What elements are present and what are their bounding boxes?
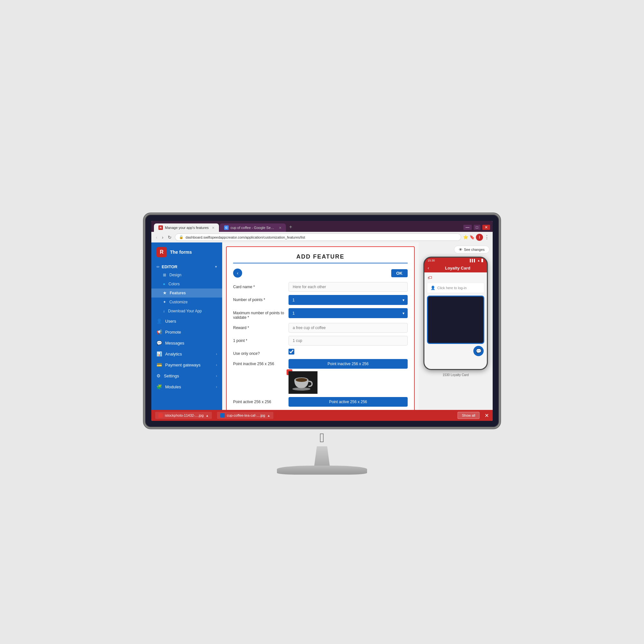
tab-close-2[interactable]: ✕ [279,226,281,230]
sidebar-item-analytics[interactable]: 📊 Analytics › [151,348,222,359]
customize-label: Customize [169,300,188,304]
phone-wifi-icon: ▲ [477,259,480,262]
url-bar[interactable]: 🔒 dashboard.swiftspeedappcreator.com/app… [175,233,461,241]
loyalty-card-label: 1530 Loyalty Card [442,373,469,377]
reward-input[interactable] [289,323,408,333]
analytics-arrow: › [216,352,217,356]
one-point-field [289,336,408,346]
bookmark-icon[interactable]: 🔖 [469,235,475,240]
download-arrow-2: ▲ [267,414,270,417]
features-icon: ★ [163,291,166,295]
sidebar-item-design[interactable]: ⊞ Design [151,270,222,279]
phone-chat-button[interactable]: 💬 [473,346,484,356]
download-icon: ↓ [163,309,165,313]
new-tab-button[interactable]: + [287,223,295,231]
sidebar-item-colors[interactable]: ● Colors [151,279,222,289]
form-back-button[interactable]: ‹ [233,269,242,278]
editor-label: Editor [162,264,215,269]
sidebar-item-download[interactable]: ↓ Download Your App [151,307,222,316]
star-icon[interactable]: ⭐ [463,235,468,240]
form-ok-button[interactable]: OK [391,269,408,277]
download-item-2[interactable]: cup-coffee-tea-caf-....jpg ▲ [217,412,273,419]
one-point-input[interactable] [289,336,408,346]
tab-close-1[interactable]: ✕ [212,226,214,230]
num-points-select[interactable]: 1 2 3 [289,295,408,305]
close-button[interactable]: ✕ [482,225,490,230]
features-label: Features [170,291,186,295]
account-icon[interactable]: I [476,234,483,241]
download-label: Download Your App [168,309,202,313]
card-name-input[interactable] [289,282,408,292]
card-name-field [289,282,408,292]
max-points-select[interactable]: 1 2 3 [289,308,408,318]
point-inactive-field: Point inactive 256 x 256 ✕ [289,359,408,394]
users-label: Users [165,319,217,324]
form-navigation-row: ‹ OK [233,269,408,278]
use-once-label: Use only once? [233,349,285,356]
settings-arrow: › [216,374,217,378]
max-points-field: 1 2 3 ▾ [289,308,408,318]
monitor-stand:  [145,427,499,475]
sidebar-editor-section: ✏ Editor ▾ [151,262,222,270]
download-file-icon-2 [220,413,225,418]
phone-back-icon[interactable]: ‹ [428,265,429,270]
browser-tab-2[interactable]: G cup of coffee - Google Search ✕ [220,223,286,232]
reload-nav-button[interactable]: ↻ [166,234,173,241]
show-all-button[interactable]: Show all [458,412,479,419]
browser-tab-1[interactable]: R Manage your app's features ✕ [154,223,219,232]
sidebar-item-users[interactable]: 👤 Users [151,316,222,327]
phone-nav-title: Loyalty Card [432,266,484,270]
payment-label: Payment gateways [165,363,213,367]
point-active-upload-button[interactable]: Point active 256 x 256 [289,397,408,407]
num-points-field: 1 2 3 ▾ [289,295,408,305]
sidebar-logo: R [156,247,167,257]
lock-icon: 🔒 [179,235,184,239]
svg-point-2 [296,378,307,382]
point-active-field: Point active 256 x 256 [289,397,408,407]
customize-icon: ✦ [163,300,166,304]
analytics-label: Analytics [165,352,213,356]
sidebar-item-payment[interactable]: 💳 Payment gateways › [151,359,222,370]
forward-nav-button[interactable]: › [161,234,165,241]
sidebar-item-features[interactable]: ★ Features [151,289,222,298]
menu-icon[interactable]: ⋮ [484,234,489,240]
num-points-label: Number of points * [233,295,285,302]
download-item-1[interactable]: istockphoto-11432-....jpg ▲ [155,412,212,419]
editor-icon: ✏ [156,265,160,269]
tab-label-2: cup of coffee - Google Search [231,226,276,230]
modules-icon: 🧩 [156,384,162,389]
phone-login-text: Click here to log-in [437,286,467,290]
sidebar-item-modules[interactable]: 🧩 Modules › [151,381,222,392]
sidebar-item-customize[interactable]: ✦ Customize [151,298,222,307]
maximize-button[interactable]: □ [474,225,480,230]
see-changes-button[interactable]: 👁 See changes [454,246,489,253]
design-label: Design [169,273,181,277]
close-download-bar-button[interactable]: ✕ [485,412,489,419]
sidebar-item-settings[interactable]: ⚙ Settings › [151,370,222,381]
payment-arrow: › [216,363,217,367]
form-title: ADD FEATURE [233,253,408,263]
editor-arrow: ▾ [215,265,217,269]
stand-neck [309,446,335,466]
minimize-button[interactable]: — [463,225,472,230]
use-once-checkbox[interactable] [289,349,294,355]
sidebar-item-messages[interactable]: 💬 Messages [151,337,222,348]
max-points-row: Maximum number of points to validate * 1… [233,308,408,320]
point-inactive-row: Point inactive 256 x 256 Point inactive … [233,359,408,394]
phone-tag-row: 🏷 [424,272,487,283]
tab-label-1: Manage your app's features [165,226,209,230]
phone-login-row[interactable]: 👤 Click here to log-in [427,283,484,293]
one-point-label: 1 point * [233,336,285,343]
url-text: dashboard.swiftspeedappcreator.com/appli… [185,235,305,239]
reward-row: Reward * [233,323,408,333]
add-feature-form: ADD FEATURE ‹ OK Card name * [226,246,415,410]
coffee-image [289,371,317,394]
download-bar: istockphoto-11432-....jpg ▲ cup-coffee-t… [151,410,493,421]
users-icon: 👤 [156,318,162,324]
point-inactive-upload-button[interactable]: Point inactive 256 x 256 [289,359,408,369]
sidebar-item-promote[interactable]: 📢 Promote [151,327,222,337]
stand-base [277,466,367,475]
back-nav-button[interactable]: ‹ [155,234,159,241]
card-name-label: Card name * [233,282,285,289]
card-name-row: Card name * [233,282,408,292]
